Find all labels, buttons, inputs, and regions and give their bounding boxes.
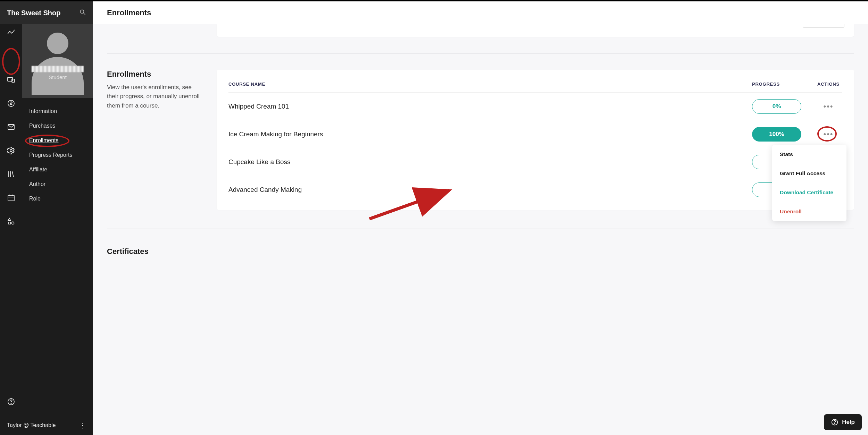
side-item-author[interactable]: Author [22, 177, 93, 191]
sidebar: The Sweet Shop Student Information Purch… [22, 1, 93, 435]
svg-line-20 [84, 13, 85, 15]
side-item-progress-reports[interactable]: Progress Reports [22, 148, 93, 162]
side-item-enrollments[interactable]: Enrollments [22, 133, 93, 148]
table-row: Advanced Candy Making 0% [228, 176, 842, 204]
course-name: Ice Cream Making for Beginners [228, 130, 752, 138]
svg-marker-14 [8, 218, 11, 221]
side-item-role[interactable]: Role [22, 191, 93, 206]
main: Enrollments Enrollments View the user's … [93, 1, 868, 435]
nav-sales-icon[interactable] [4, 96, 18, 110]
side-menu: Information Purchases Enrollments Progre… [22, 98, 93, 212]
side-item-enrollments-label: Enrollments [29, 137, 58, 143]
svg-point-24 [834, 424, 835, 424]
row-actions-icon[interactable]: ••• [823, 102, 833, 111]
sidebar-header: The Sweet Shop [0, 1, 93, 24]
help-button[interactable]: Help [824, 414, 862, 430]
course-name: Cupcake Like a Boss [228, 158, 752, 166]
svg-rect-15 [8, 222, 10, 224]
actions-dropdown: Stats Grant Full Access Download Certifi… [772, 145, 846, 221]
enrollments-table: COURSE NAME PROGRESS ACTIONS Whipped Cre… [217, 70, 854, 210]
nav-rail [0, 1, 22, 435]
course-name: Whipped Cream 101 [228, 103, 752, 110]
side-item-affiliate[interactable]: Affiliate [22, 162, 93, 177]
action-grant-full-access[interactable]: Grant Full Access [772, 164, 846, 183]
progress-pill: 0% [752, 99, 801, 114]
school-name: The Sweet Shop [7, 9, 79, 17]
action-stats[interactable]: Stats [772, 145, 846, 164]
side-item-information[interactable]: Information [22, 104, 93, 119]
col-progress: PROGRESS [752, 82, 815, 87]
section-divider [107, 53, 854, 54]
svg-line-9 [12, 171, 14, 177]
table-row: Cupcake Like a Boss 0% [228, 148, 842, 176]
action-download-certificate[interactable]: Download Certificate [772, 183, 846, 202]
nav-site-icon[interactable] [4, 73, 18, 87]
page-title: Enrollments [107, 8, 151, 17]
col-course-name: COURSE NAME [228, 82, 752, 87]
progress-pill: 100% [752, 127, 801, 142]
search-icon[interactable] [79, 9, 86, 17]
action-unenroll[interactable]: Unenroll [772, 202, 846, 221]
nav-settings-icon[interactable] [4, 144, 18, 157]
enrollments-title: Enrollments [107, 70, 203, 79]
svg-point-0 [9, 54, 11, 56]
svg-point-18 [11, 403, 11, 403]
help-label: Help [842, 419, 855, 426]
enrollments-description: View the user's enrollments, see their p… [107, 83, 203, 110]
main-header: Enrollments [93, 1, 868, 24]
nav-calendar-icon[interactable] [4, 191, 18, 205]
nav-users-icon[interactable] [4, 49, 18, 63]
course-name: Advanced Candy Making [228, 186, 752, 194]
nav-help-icon[interactable] [4, 395, 18, 409]
user-menu-icon[interactable]: ⋮ [79, 421, 86, 429]
table-header: COURSE NAME PROGRESS ACTIONS [228, 82, 842, 93]
help-icon [831, 418, 838, 426]
svg-point-1 [11, 54, 13, 56]
section-divider [107, 229, 854, 229]
nav-email-icon[interactable] [4, 120, 18, 134]
svg-point-19 [80, 10, 84, 13]
previous-card-button-edge [803, 24, 844, 28]
nav-reports-icon[interactable] [4, 26, 18, 40]
previous-card-stub [217, 24, 854, 37]
nav-library-icon[interactable] [4, 167, 18, 181]
enrollments-section: Enrollments View the user's enrollments,… [107, 70, 854, 210]
nav-shapes-icon[interactable] [4, 214, 18, 228]
current-user: Taylor @ Teachable [7, 422, 79, 428]
svg-point-16 [12, 222, 14, 224]
svg-rect-10 [8, 195, 14, 201]
side-item-purchases[interactable]: Purchases [22, 119, 93, 133]
user-role: Student [49, 74, 67, 80]
sidebar-footer: Taylor @ Teachable ⋮ [0, 415, 93, 435]
section-info: Enrollments View the user's enrollments,… [107, 70, 203, 210]
row-actions-icon[interactable]: ••• [823, 130, 833, 139]
table-row: Whipped Cream 101 0% ••• [228, 93, 842, 120]
svg-point-6 [10, 150, 12, 152]
col-actions: ACTIONS [815, 82, 842, 87]
certificates-title: Certificates [107, 247, 854, 256]
content: Enrollments View the user's enrollments,… [93, 24, 868, 435]
user-name-redacted [32, 66, 84, 72]
profile-card: Student [22, 24, 93, 98]
table-row: Ice Cream Making for Beginners 100% ••• … [228, 120, 842, 148]
avatar-placeholder [32, 33, 84, 98]
